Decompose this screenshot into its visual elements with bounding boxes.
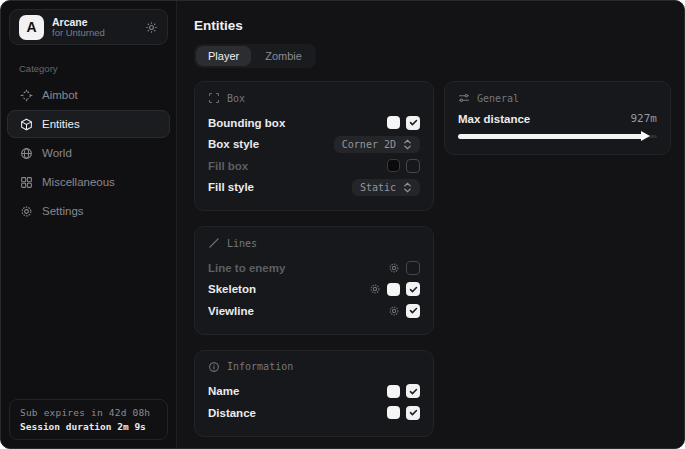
distance-row: Distance <box>208 402 420 424</box>
diagonal-line-icon <box>208 237 220 249</box>
fill-box-checkbox[interactable] <box>406 159 420 173</box>
box-style-label: Box style <box>208 138 334 150</box>
grid-icon <box>20 176 33 189</box>
viewline-row: Viewline <box>208 300 420 322</box>
slider-fill <box>458 134 643 139</box>
skeleton-checkbox[interactable] <box>406 282 420 296</box>
sidebar-item-label: Settings <box>42 205 84 217</box>
sidebar-item-label: Entities <box>42 118 80 130</box>
fill-box-label: Fill box <box>208 160 387 172</box>
bounding-box-row: Bounding box <box>208 112 420 134</box>
line-to-enemy-row: Line to enemy <box>208 257 420 279</box>
page-title: Entities <box>194 18 671 33</box>
bounding-box-label: Bounding box <box>208 117 387 129</box>
section-title: Lines <box>227 238 257 249</box>
max-distance-value: 927m <box>631 112 658 125</box>
box-section: Box Bounding box Box style <box>194 81 434 211</box>
lines-section: Lines Line to enemy Skeleton <box>194 226 434 335</box>
fill-box-color-swatch[interactable] <box>387 159 400 172</box>
logo-settings-icon[interactable] <box>145 21 158 34</box>
crosshair-icon <box>20 89 33 102</box>
app-title: Arcane <box>52 16 137 28</box>
sidebar-nav: Aimbot Entities <box>1 81 176 225</box>
app-window: A Arcane for Unturned Category <box>0 0 685 449</box>
skeleton-settings-icon[interactable] <box>369 283 381 295</box>
viewline-label: Viewline <box>208 305 388 317</box>
globe-icon <box>20 147 33 160</box>
section-title: Information <box>227 361 293 372</box>
section-title: Box <box>227 93 245 104</box>
information-section: Information Name Distance <box>194 350 434 437</box>
viewline-checkbox[interactable] <box>406 304 420 318</box>
sidebar-item-miscellaneous[interactable]: Miscellaneous <box>7 168 170 196</box>
info-icon <box>208 361 220 373</box>
line-to-enemy-settings-icon[interactable] <box>388 262 400 274</box>
section-title: General <box>477 93 519 104</box>
max-distance-label: Max distance <box>458 113 631 125</box>
viewline-settings-icon[interactable] <box>388 305 400 317</box>
distance-label: Distance <box>208 407 387 419</box>
main-content: Entities Player Zombie Box <box>177 1 684 448</box>
slider-handle[interactable] <box>641 131 650 141</box>
tab-player[interactable]: Player <box>196 46 251 66</box>
line-to-enemy-checkbox[interactable] <box>406 261 420 275</box>
name-label: Name <box>208 385 387 397</box>
general-section: General Max distance 927m <box>444 81 671 155</box>
sidebar-item-world[interactable]: World <box>7 139 170 167</box>
line-to-enemy-label: Line to enemy <box>208 262 388 274</box>
name-color-swatch[interactable] <box>387 385 400 398</box>
box-style-dropdown[interactable]: Corner 2D <box>334 136 420 153</box>
tab-zombie[interactable]: Zombie <box>253 46 314 66</box>
unfold-icon <box>403 139 412 150</box>
entities-cube-icon <box>20 118 33 131</box>
entity-tabs: Player Zombie <box>194 44 316 68</box>
distance-color-swatch[interactable] <box>387 406 400 419</box>
sidebar-item-aimbot[interactable]: Aimbot <box>7 81 170 109</box>
app-logo: A <box>19 15 44 40</box>
sidebar-item-label: Aimbot <box>42 89 78 101</box>
fill-style-label: Fill style <box>208 181 352 193</box>
name-checkbox[interactable] <box>406 384 420 398</box>
box-style-value: Corner 2D <box>342 139 396 150</box>
scan-corners-icon <box>208 92 220 104</box>
unfold-icon <box>403 182 412 193</box>
sidebar: A Arcane for Unturned Category <box>1 1 177 448</box>
skeleton-row: Skeleton <box>208 279 420 301</box>
skeleton-label: Skeleton <box>208 283 369 295</box>
app-subtitle: for Unturned <box>52 28 137 39</box>
skeleton-color-swatch[interactable] <box>387 283 400 296</box>
sidebar-item-label: World <box>42 147 72 159</box>
subscription-info: Sub expires in 42d 08h Session duration … <box>9 399 168 440</box>
fill-box-row: Fill box <box>208 155 420 177</box>
sidebar-item-settings[interactable]: Settings <box>7 197 170 225</box>
fill-style-row: Fill style Static <box>208 177 420 199</box>
max-distance-slider[interactable] <box>458 130 657 142</box>
bounding-box-color-swatch[interactable] <box>387 116 400 129</box>
box-style-row: Box style Corner 2D <box>208 134 420 156</box>
logo-card: A Arcane for Unturned <box>9 9 168 45</box>
fill-style-dropdown[interactable]: Static <box>352 179 420 196</box>
name-row: Name <box>208 381 420 403</box>
gear-icon <box>20 205 33 218</box>
sidebar-item-entities[interactable]: Entities <box>7 110 170 138</box>
bounding-box-checkbox[interactable] <box>406 116 420 130</box>
fill-style-value: Static <box>360 182 396 193</box>
category-label: Category <box>19 63 158 74</box>
sliders-icon <box>458 92 470 104</box>
distance-checkbox[interactable] <box>406 406 420 420</box>
sub-expires-text: Sub expires in 42d 08h <box>20 407 157 418</box>
sidebar-item-label: Miscellaneous <box>42 176 115 188</box>
session-duration-text: Session duration 2m 9s <box>20 421 157 432</box>
max-distance-row: Max distance 927m <box>458 112 657 125</box>
